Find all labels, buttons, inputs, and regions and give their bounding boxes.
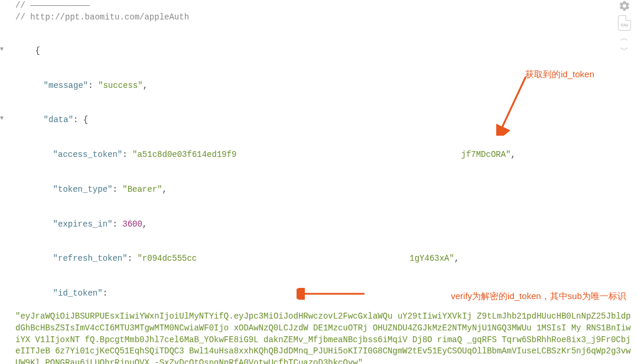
comment-url: // http://ppt.baomitu.com/appleAuth [5,12,633,24]
json-root-open: ▼{ [5,34,633,68]
json-key-expires-in: expires_in: 3600, [5,207,633,242]
json-key-refresh-token: refresh_token: r094dc555cc1gY463xA, [5,242,633,277]
json-value-id-token: eyJraWQiOiJBSURPUEsxIiwiYWxnIjoiUlMyNTYi… [5,311,633,364]
raw-icon[interactable]: RAW [618,15,631,31]
gear-icon[interactable] [619,0,630,12]
json-key-token-type: token_type: Bearer, [5,172,633,207]
comment-line: // ———————————— [5,0,633,12]
annotation-id-token: 获取到的id_token [525,68,594,80]
annotation-verify: verify为解密的id_token，其中sub为唯一标识 [451,290,626,302]
collapse-icon[interactable]: ▼ [0,45,4,54]
toolbar: RAW ︿ ﹀ [618,0,631,54]
collapse-icon[interactable]: ▼ [0,114,4,123]
scroll-down-icon[interactable]: ﹀ [620,46,629,54]
scroll-up-icon[interactable]: ︿ [620,34,629,42]
json-key-access-token: access_token: a51c8d0e03f614ed19f9jf7MDc… [5,138,633,173]
json-key-data: ▼data: { [5,103,633,138]
